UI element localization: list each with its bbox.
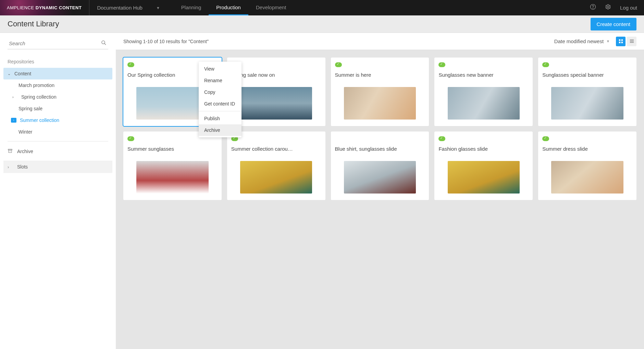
folder-label: Winter [18,129,32,135]
content-card[interactable]: Sunglasses special banner [538,58,636,126]
archive-link[interactable]: Archive [3,145,112,158]
svg-point-1 [593,8,593,8]
logout-link[interactable]: Log out [620,5,637,11]
svg-rect-10 [630,40,633,40]
card-title: Fashion glasses slide [438,146,529,152]
status-badge-icon [335,62,342,67]
card-title: Summer collection carou… [231,146,321,152]
folder-spring-sale[interactable]: Spring sale [3,103,112,114]
card-thumbnail [542,158,632,197]
folder-winter[interactable]: Winter [3,126,112,138]
content-card[interactable]: Summer collection carou… [227,132,325,200]
slots-label: Slots [17,164,28,170]
sort-dropdown[interactable]: Date modified newest ▼ [554,38,610,44]
status-badge-icon [127,62,134,67]
card-title: Blue shirt, sunglasses slide [335,146,425,152]
card-thumbnail [335,158,425,197]
svg-rect-6 [619,39,620,41]
card-title: Summer dress slide [542,146,632,152]
menu-item-rename[interactable]: Rename [199,75,242,86]
top-nav: AMPLIENCE DYNAMIC CONTENT Documentation … [0,0,644,15]
chevron-right-icon: › [8,164,12,170]
svg-rect-7 [621,39,622,41]
card-thumbnail [542,84,632,123]
create-content-button[interactable]: Create content [591,18,636,30]
tab-planning[interactable]: Planning [174,0,209,15]
content-card[interactable]: Spring sale now on [227,58,325,126]
content-card[interactable]: Summer dress slide [538,132,636,200]
gear-icon[interactable] [605,4,611,12]
content-toolbar: Showing 1-10 of 10 results for "Content"… [116,33,644,50]
list-view-button[interactable] [627,37,636,46]
card-title: Sunglasses new banner [438,72,529,78]
card-thumbnail [335,84,425,123]
menu-item-publish[interactable]: Publish [199,113,242,124]
brand-logo: AMPLIENCE DYNAMIC CONTENT [7,5,82,10]
folder-label: Spring collection [21,94,57,100]
card-thumbnail [438,158,529,197]
svg-rect-9 [621,42,622,43]
results-summary: Showing 1-10 of 10 results for "Content" [123,39,209,44]
content-card[interactable]: Fashion glasses slide [434,132,533,200]
status-badge-icon [438,62,445,67]
status-badge-icon [438,136,445,141]
folder-spring-collection[interactable]: › Spring collection [3,91,112,103]
status-badge-icon [542,136,549,141]
search-icon[interactable] [101,40,107,47]
menu-item-copy[interactable]: Copy [199,86,242,98]
divider [89,0,89,15]
content-card[interactable]: Blue shirt, sunglasses slide [331,132,429,200]
card-thumbnail [231,158,321,197]
card-title: Summer sunglasses [127,146,218,152]
folder-active-icon: › [11,118,16,123]
svg-rect-8 [619,42,620,43]
folder-label: Spring sale [18,106,42,111]
grid-view-button[interactable] [616,37,626,46]
card-title: Spring sale now on [231,72,321,78]
card-thumbnail [438,84,529,123]
archive-label: Archive [17,149,33,154]
card-title: Sunglasses special banner [542,72,632,78]
svg-point-2 [607,6,609,8]
search-input[interactable] [8,38,108,49]
sidebar: Repositories ⌄ Content March promotion ›… [0,33,116,349]
view-toggle [616,37,636,46]
content-card[interactable]: Sunglasses new banner [434,58,533,126]
sort-label: Date modified newest [554,38,604,44]
chevron-down-icon: ▼ [156,6,160,10]
content-card[interactable]: Summer is here [331,58,429,126]
chevron-down-icon: ⌄ [8,72,11,76]
search-wrap [8,38,108,49]
divider [199,111,242,111]
chevron-right-icon: › [12,95,16,99]
repositories-label: Repositories [3,57,112,68]
svg-point-3 [102,41,105,44]
content-grid: •••Our Spring collectionSpring sale now … [116,50,644,208]
folder-summer-collection[interactable]: › Summer collection [3,114,112,126]
tab-development[interactable]: Development [248,0,294,15]
card-thumbnail [127,158,218,197]
svg-rect-11 [630,41,633,41]
repo-content-label: Content [14,71,31,76]
menu-item-archive[interactable]: Archive [199,124,242,136]
tab-production[interactable]: Production [209,0,248,15]
nav-tabs: Planning Production Development [174,0,294,15]
folder-label: Summer collection [20,117,59,123]
svg-rect-5 [9,150,12,153]
chevron-down-icon: ▼ [606,39,610,43]
hub-dropdown[interactable]: Documentation Hub ▼ [97,5,160,11]
brand-prefix: AMPLIENCE [7,5,34,10]
content-card[interactable]: Summer sunglasses [123,132,222,200]
context-menu: ViewRenameCopyGet content IDPublishArchi… [199,62,242,137]
card-title: Summer is here [335,72,425,78]
folder-label: March promotion [18,83,54,88]
main-layout: Repositories ⌄ Content March promotion ›… [0,33,644,349]
slots-link[interactable]: › Slots [3,161,112,173]
menu-item-get-content-id[interactable]: Get content ID [199,98,242,110]
menu-item-view[interactable]: View [199,63,242,75]
repo-content[interactable]: ⌄ Content [3,68,112,79]
svg-rect-12 [630,42,633,43]
folder-march-promotion[interactable]: March promotion [3,79,112,91]
status-badge-icon [542,62,549,67]
help-icon[interactable] [590,4,596,12]
